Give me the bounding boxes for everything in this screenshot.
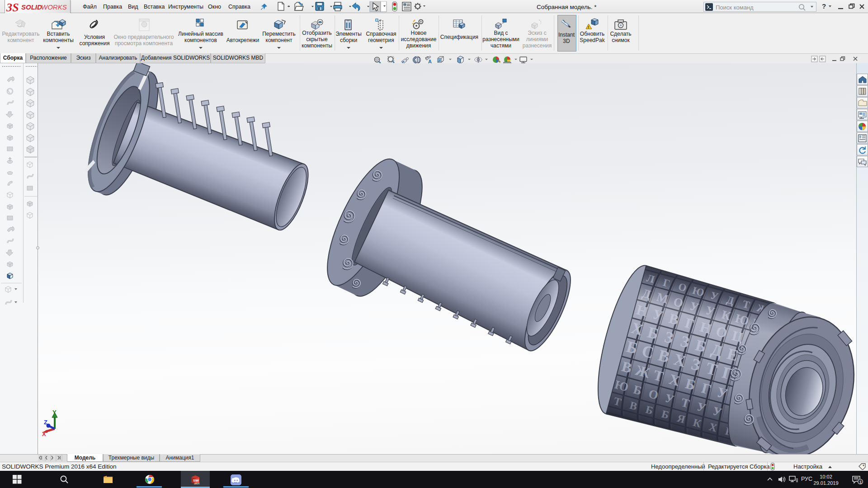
svg-text:WORKS: WORKS [41,3,67,11]
svg-text:Y: Y [52,409,57,416]
svg-text:1: 1 [859,480,862,484]
svg-text:X: X [42,431,46,436]
svg-text:SOLID: SOLID [21,3,42,11]
svg-text:Z: Z [44,419,47,426]
svg-text:ЗS: ЗS [6,1,19,14]
svg-text:2016: 2016 [194,482,199,485]
